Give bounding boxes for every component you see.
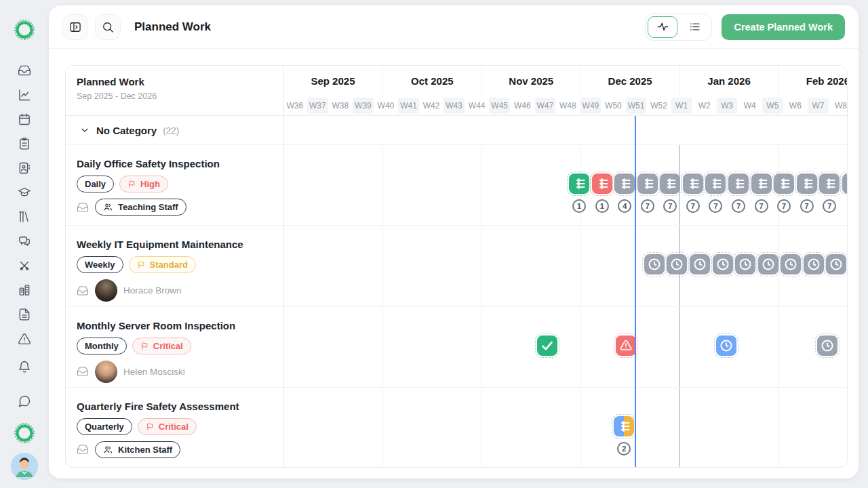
flag-icon [146, 422, 155, 431]
sidebar-item-bell[interactable] [18, 360, 31, 373]
task-title: Quarterly Fire Safety Assessment [77, 401, 274, 412]
assignee-team-pill[interactable]: Teaching Staff [95, 199, 186, 216]
assignee-person[interactable]: Helen Mosciski [95, 361, 185, 383]
search-button[interactable] [95, 14, 121, 40]
sidebar-item-warning[interactable] [18, 332, 31, 346]
task-info[interactable]: Weekly IT Equipment MaintenanceWeeklySta… [66, 226, 283, 306]
tools-icon [18, 259, 31, 272]
occurrence-count: 7 [686, 199, 700, 213]
timeline-marker-clock[interactable] [690, 254, 710, 274]
sidebar-item-calendar[interactable] [18, 113, 31, 126]
month-header: Oct 2025 [382, 66, 481, 96]
sidebar-item-library[interactable] [18, 210, 31, 224]
list-glyph-icon [662, 176, 678, 192]
sidebar-item-chat[interactable] [18, 394, 31, 408]
sidebar-item-training[interactable] [18, 186, 31, 199]
sidebar-item-document[interactable] [18, 308, 31, 321]
sidebar-item-tools[interactable] [18, 259, 31, 272]
week-header: W38 [330, 98, 351, 114]
list-glyph-icon [594, 176, 610, 192]
timeline-marker-list[interactable] [614, 416, 634, 436]
category-row[interactable]: No Category (22) [66, 116, 847, 145]
timeline-marker-clock[interactable] [817, 336, 837, 356]
timeline-marker-list[interactable] [569, 174, 589, 194]
occurrence-count: 7 [777, 199, 791, 213]
task-info[interactable]: Daily Office Safety InspectionDailyHighT… [66, 145, 283, 225]
timeline-view-button[interactable] [648, 16, 677, 38]
timeline-marker-clock[interactable] [781, 254, 801, 274]
list-glyph-icon [639, 176, 656, 192]
building-icon [18, 283, 31, 297]
sidebar-item-messages[interactable] [18, 235, 31, 248]
timeline-marker-clock[interactable] [804, 254, 824, 274]
timeline-marker-list[interactable] [751, 174, 772, 194]
week-header: W50 [603, 98, 624, 114]
timeline-marker-list[interactable] [637, 174, 658, 194]
timeline-marker-list[interactable] [660, 174, 680, 194]
logo-icon [12, 421, 37, 445]
timeline-marker-list[interactable] [614, 174, 635, 194]
month-gridline [382, 307, 383, 387]
list-glyph-icon [844, 176, 848, 192]
timeline-marker-list[interactable] [728, 174, 749, 194]
list-view-button[interactable] [679, 16, 709, 38]
avatar[interactable] [11, 453, 38, 480]
timeline-marker-clock[interactable] [644, 254, 665, 274]
timeline-marker-list[interactable] [592, 174, 612, 194]
timeline-marker-warning[interactable] [616, 336, 636, 356]
timeline-marker-list[interactable] [705, 174, 726, 194]
clock-glyph-icon [806, 256, 822, 272]
task-info[interactable]: Monthly Server Room InspectionMonthlyCri… [66, 307, 283, 387]
sidebar-item-contacts[interactable] [18, 161, 31, 175]
assignee-name: Horace Brown [123, 285, 182, 296]
today-marker-line [635, 116, 636, 467]
library-icon [18, 210, 31, 224]
flag-icon [127, 180, 136, 188]
user-avatar[interactable] [11, 453, 38, 480]
sidebar-item-clipboard[interactable] [18, 137, 31, 150]
timeline-marker-list[interactable] [774, 174, 794, 194]
timeline-marker-list[interactable] [797, 174, 817, 194]
sidebar-item-analytics[interactable] [18, 88, 31, 102]
sidebar-item-logo[interactable] [12, 421, 37, 445]
task-title: Monthly Server Room Inspection [77, 320, 274, 331]
week-header: W51 [626, 98, 647, 114]
timeline-marker-clock[interactable] [716, 336, 736, 356]
list-glyph-icon [707, 176, 724, 192]
assignee-team-pill[interactable]: Kitchen Staff [95, 441, 180, 458]
occurrence-count: 1 [572, 199, 586, 213]
timeline-marker-clock[interactable] [667, 254, 687, 274]
timeline-marker-list[interactable] [819, 174, 840, 194]
list-glyph-icon [753, 176, 770, 192]
priority-badge: Standard [129, 256, 196, 273]
clock-glyph-icon [760, 256, 776, 272]
sidebar-item-inbox[interactable] [18, 64, 31, 77]
week-header: W45 [489, 98, 510, 114]
frequency-badge: Daily [77, 176, 114, 192]
timeline-marker-clock[interactable] [735, 254, 755, 274]
check-glyph-icon [539, 338, 555, 354]
month-gridline [580, 307, 581, 387]
timeline-marker-list[interactable] [842, 174, 848, 194]
timeline-marker-check[interactable] [537, 336, 557, 356]
bell-icon [18, 360, 31, 373]
timeline-marker-clock[interactable] [758, 254, 778, 274]
create-planned-work-button[interactable]: Create Planned Work [722, 14, 845, 40]
timeline-marker-clock[interactable] [713, 254, 733, 274]
week-header: W2 [694, 98, 715, 114]
clock-glyph-icon [737, 256, 753, 272]
clock-glyph-icon [828, 256, 844, 272]
assignee-person[interactable]: Horace Brown [95, 279, 182, 302]
sidebar-item-building[interactable] [18, 283, 31, 297]
list-glyph-icon [730, 176, 747, 192]
task-info[interactable]: Quarterly Fire Safety AssessmentQuarterl… [66, 388, 283, 468]
inbox-icon [77, 201, 89, 214]
occurrence-count: 2 [617, 442, 631, 455]
week-header: W44 [467, 98, 488, 114]
timeline-marker-clock[interactable] [826, 254, 846, 274]
list-glyph-icon [685, 176, 701, 192]
timeline-marker-list[interactable] [683, 174, 703, 194]
collapse-panel-button[interactable] [62, 14, 88, 40]
clock-glyph-icon [718, 338, 734, 354]
sidebar-item-logo [12, 18, 37, 42]
